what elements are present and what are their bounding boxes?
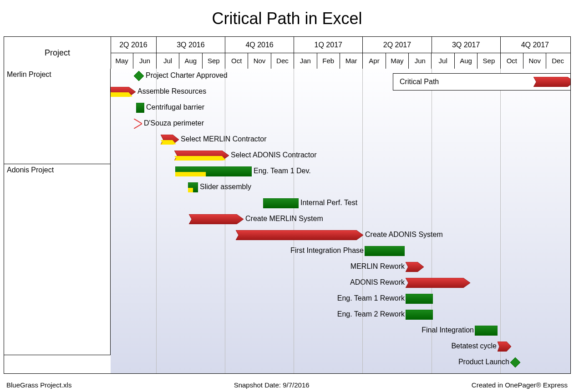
- month-header: Jun: [409, 53, 432, 69]
- legend: Critical Path: [393, 73, 570, 90]
- svg-marker-17: [406, 262, 424, 272]
- task-label: Create ADONIS System: [365, 231, 443, 239]
- task-bar[interactable]: [475, 326, 498, 336]
- month-header: May: [386, 53, 409, 69]
- month-header: Jun: [133, 53, 156, 69]
- task-label: Centrifugal barrier: [146, 103, 204, 111]
- task-bar[interactable]: [136, 103, 144, 113]
- svg-rect-12: [188, 188, 193, 192]
- critical-arrow-icon[interactable]: [161, 135, 179, 145]
- footer: BlueGrass Project.xls Snapshot Date: 9/7…: [4, 381, 570, 392]
- svg-marker-0: [533, 77, 570, 87]
- task-label: Slider assembly: [200, 183, 251, 191]
- critical-arrow-icon[interactable]: [174, 151, 229, 161]
- month-header: Dec: [271, 53, 294, 69]
- gantt-row: Slider assembly: [111, 180, 570, 196]
- svg-rect-4: [136, 103, 144, 113]
- footer-right: Created in OnePager® Express: [472, 381, 568, 392]
- svg-marker-15: [236, 230, 363, 240]
- task-label: Internal Perf. Test: [300, 199, 357, 207]
- gantt-row: First Integration Phase: [111, 244, 570, 260]
- task-bar[interactable]: [188, 182, 198, 192]
- gantt-row: Final Integration: [111, 323, 570, 339]
- month-header: Jul: [157, 53, 179, 69]
- month-header: Nov: [248, 53, 271, 69]
- gantt-row: Create MERLIN System: [111, 212, 570, 228]
- task-label: Final Integration: [422, 326, 474, 334]
- footer-center: Snapshot Date: 9/7/2016: [234, 381, 310, 392]
- gantt-row: Product Launch: [111, 355, 570, 371]
- critical-arrow-icon[interactable]: [111, 87, 136, 97]
- month-header: Oct: [501, 53, 523, 69]
- milestone-diamond-icon[interactable]: [510, 357, 520, 367]
- task-label: Product Launch: [458, 358, 509, 366]
- svg-rect-10: [175, 172, 206, 176]
- gantt-row: Select MERLIN Contractor: [111, 132, 570, 148]
- gantt-row: Internal Perf. Test: [111, 196, 570, 212]
- task-label: MERLIN Rework: [350, 262, 405, 271]
- month-header: Oct: [225, 53, 248, 69]
- svg-marker-3: [111, 92, 132, 97]
- gantt-row: Create ADONIS System: [111, 228, 570, 244]
- footer-left: BlueGrass Project.xls: [6, 381, 71, 392]
- group-cell: Merlin Project: [4, 69, 111, 164]
- quarter-header: 2Q 2016: [111, 37, 157, 53]
- gantt-plot: Critical Path Project Charter ApprovedAs…: [111, 69, 570, 373]
- task-label: Eng. Team 1 Rework: [337, 294, 405, 302]
- month-header: Aug: [455, 53, 477, 69]
- svg-rect-21: [475, 326, 498, 336]
- task-bar[interactable]: [175, 166, 252, 176]
- critical-arrow-icon[interactable]: [236, 230, 363, 240]
- quarter-header: 4Q 2016: [225, 37, 294, 53]
- group-cell: Adonis Project: [4, 164, 111, 355]
- task-label: Eng. Team 2 Rework: [337, 310, 405, 318]
- legend-shape-icon: [533, 77, 570, 87]
- gantt-row: Eng. Team 1 Dev.: [111, 164, 570, 180]
- month-header: Nov: [523, 53, 546, 69]
- milestone-diamond-icon[interactable]: [134, 71, 144, 81]
- task-bar[interactable]: [406, 294, 433, 304]
- task-label: Select ADONIS Contractor: [231, 151, 317, 159]
- gantt-row: D'Souza perimeter: [111, 116, 570, 132]
- quarter-header: 2Q 2017: [363, 37, 432, 53]
- task-label: Select MERLIN Contractor: [181, 135, 267, 143]
- gantt-row: ADONIS Rework: [111, 276, 570, 291]
- svg-marker-1: [134, 71, 144, 81]
- critical-arrow-icon[interactable]: [406, 278, 470, 288]
- month-header: Sep: [203, 53, 225, 69]
- project-header: Project: [4, 37, 111, 69]
- month-header: Sep: [477, 53, 500, 69]
- critical-arrow-icon[interactable]: [189, 214, 244, 224]
- critical-arrow-icon[interactable]: [498, 342, 511, 352]
- quarter-header-row: 2Q 20163Q 20164Q 20161Q 20172Q 20173Q 20…: [111, 37, 570, 53]
- task-bar[interactable]: [263, 198, 299, 208]
- gantt-row: Select ADONIS Contractor: [111, 148, 570, 164]
- task-bar[interactable]: [365, 246, 405, 256]
- task-label: Betatest cycle: [451, 342, 497, 350]
- quarter-header: 1Q 2017: [294, 37, 363, 53]
- group-panel: Merlin ProjectAdonis Project: [4, 69, 111, 373]
- svg-marker-18: [406, 278, 470, 288]
- task-label: Project Charter Approved: [146, 71, 228, 80]
- svg-rect-19: [406, 294, 433, 304]
- month-header: Jul: [432, 53, 454, 69]
- month-header-row: MayJunJulAugSepOctNovDecJanFebMarAprMayJ…: [111, 53, 570, 69]
- quarter-header: 3Q 2017: [432, 37, 501, 53]
- month-header: May: [111, 53, 133, 69]
- month-header: Dec: [546, 53, 569, 69]
- gantt-row: Eng. Team 2 Rework: [111, 307, 570, 323]
- task-bar[interactable]: [406, 310, 433, 320]
- task-label: Create MERLIN System: [245, 215, 323, 223]
- svg-rect-13: [263, 198, 299, 208]
- svg-marker-22: [498, 342, 511, 352]
- task-label: Assemble Resources: [137, 87, 206, 95]
- arrow-outline-icon[interactable]: [134, 119, 142, 129]
- quarter-header: 3Q 2016: [157, 37, 225, 53]
- gantt-row: MERLIN Rework: [111, 260, 570, 276]
- task-label: ADONIS Rework: [350, 278, 405, 286]
- task-label: D'Souza perimeter: [144, 119, 204, 127]
- legend-label: Critical Path: [400, 78, 533, 86]
- month-header: Mar: [340, 53, 363, 69]
- critical-arrow-icon[interactable]: [406, 262, 424, 272]
- svg-marker-8: [174, 156, 226, 161]
